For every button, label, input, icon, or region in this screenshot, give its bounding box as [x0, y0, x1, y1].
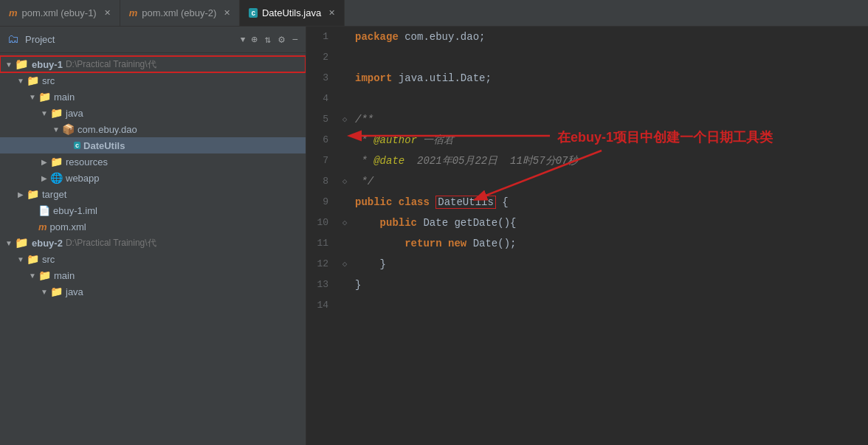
label-dao1: com.ebuy.dao [78, 124, 137, 135]
tree-item-java1[interactable]: ▼ 📁 java [0, 105, 306, 121]
code-line-7: 7 * @date 2021年05月22日 11时57分07秒 [306, 151, 868, 171]
line-content-1: package com.ebuy.dao; [352, 27, 868, 47]
tab-m-icon-1: m [9, 7, 18, 18]
line-num-1: 1 [306, 27, 337, 47]
code-line-5: 5 ◇ /** [306, 109, 868, 130]
line-num-7: 7 [306, 151, 337, 171]
code-lines: 1 package com.ebuy.dao; 2 3 import java.… [306, 27, 868, 316]
dropdown-arrow-icon[interactable]: ▼ [241, 35, 246, 44]
tab-pom-ebuy2[interactable]: m pom.xml (ebuy-2) ✕ [120, 0, 241, 26]
line-num-3: 3 [306, 68, 337, 89]
label-src2: src [42, 254, 55, 265]
tree-item-res1[interactable]: ▶ 📁 resources [0, 153, 306, 170]
arrow-src1: ▼ [15, 77, 27, 85]
line-num-13: 13 [306, 275, 337, 295]
line-num-14: 14 [306, 295, 337, 316]
tree-item-iml1[interactable]: 📄 ebuy-1.iml [0, 202, 306, 218]
arrow-ebuy2: ▼ [3, 239, 15, 247]
line-num-2: 2 [306, 47, 337, 68]
file-icon-pom1: m [38, 221, 47, 232]
arrow-java1: ▼ [38, 109, 50, 117]
line-content-11: return new Date(); [352, 233, 868, 254]
gear-icon[interactable]: ⚙ [278, 33, 284, 46]
tab-close-2[interactable]: ✕ [224, 8, 230, 18]
tree-item-src1[interactable]: ▼ 📁 src [0, 72, 306, 89]
dateutils-class-name: DateUtils [435, 196, 496, 209]
code-line-10: 10 ◇ public Date getDate(){ [306, 213, 868, 233]
line-num-5: 5 [306, 109, 337, 130]
tree-item-dao1[interactable]: ▼ 📦 com.ebuy.dao [0, 121, 306, 137]
tab-close-3[interactable]: ✕ [328, 8, 335, 18]
tree-item-src2[interactable]: ▼ 📁 src [0, 251, 306, 267]
line-content-6: * @author 一宿君 [352, 130, 868, 151]
code-line-2: 2 [306, 47, 868, 68]
sidebar-toolbar: ⊕ ⇅ ⚙ − [251, 33, 298, 46]
tree-item-main2[interactable]: ▼ 📁 main [0, 267, 306, 283]
code-line-14: 14 [306, 295, 868, 316]
label-main2: main [54, 270, 75, 281]
arrow-ebuy1: ▼ [3, 61, 15, 69]
arrow-web1: ▶ [38, 174, 50, 182]
line-content-10: public Date getDate(){ [352, 213, 868, 233]
gutter-5: ◇ [337, 109, 352, 130]
minimize-icon[interactable]: − [292, 34, 298, 46]
arrow-main2: ▼ [27, 272, 38, 280]
gutter-10: ◇ [337, 213, 352, 233]
tree-item-java2[interactable]: ▼ 📁 java [0, 283, 306, 300]
tab-m-icon-2: m [129, 7, 138, 18]
file-tree: ▼ 📁 ebuy-1 D:\Practical Training\代 ▼ 📁 s… [0, 53, 306, 303]
code-line-12: 12 ◇ } [306, 254, 868, 275]
line-num-10: 10 [306, 213, 337, 233]
folder-icon-java2: 📁 [50, 286, 63, 297]
line-content-9: public class DateUtils { [352, 192, 868, 213]
line-num-4: 4 [306, 89, 337, 109]
arrow-src2: ▼ [15, 255, 27, 263]
code-editor[interactable]: 1 package com.ebuy.dao; 2 3 import java.… [306, 27, 868, 445]
folder-icon-java1: 📁 [50, 107, 63, 119]
line-num-6: 6 [306, 130, 337, 151]
tree-item-dateutils[interactable]: c DateUtils [0, 137, 306, 153]
project-icon-ebuy2: 📁 [15, 236, 29, 249]
folder-icon-main2: 📁 [38, 269, 51, 281]
layout-icon[interactable]: ⇅ [265, 33, 271, 46]
line-num-11: 11 [306, 233, 337, 254]
main-layout: 🗂 Project ▼ ⊕ ⇅ ⚙ − ▼ 📁 ebuy-1 D:\Practi… [0, 27, 868, 445]
tab-pom-ebuy1[interactable]: m pom.xml (ebuy-1) ✕ [0, 0, 120, 26]
code-line-3: 3 import java.util.Date; [306, 68, 868, 89]
folder-icon-src1: 📁 [27, 75, 39, 86]
code-line-6: 6 * @author 一宿君 [306, 130, 868, 151]
class-icon-dateutils: c [74, 142, 80, 149]
line-num-12: 12 [306, 254, 337, 275]
label-main1: main [54, 92, 75, 103]
tree-item-pom1[interactable]: m pom.xml [0, 218, 306, 235]
label-dateutils: DateUtils [83, 140, 125, 151]
tree-item-target1[interactable]: ▶ 📁 target [0, 186, 306, 202]
sidebar-title: Project [25, 34, 235, 45]
tree-item-main1[interactable]: ▼ 📁 main [0, 89, 306, 105]
line-content-3: import java.util.Date; [352, 68, 868, 89]
line-content-8: */ [352, 171, 868, 192]
code-line-13: 13 } [306, 275, 868, 295]
tree-item-ebuy2[interactable]: ▼ 📁 ebuy-2 D:\Practical Training\代 [0, 235, 306, 251]
line-content-5: /** [352, 109, 868, 130]
tree-item-web1[interactable]: ▶ 🌐 webapp [0, 170, 306, 186]
label-target1: target [42, 189, 66, 200]
arrow-dao1: ▼ [50, 125, 62, 134]
label-iml1: ebuy-1.iml [53, 205, 97, 216]
folder-icon-main1: 📁 [38, 91, 51, 103]
arrow-res1: ▶ [38, 158, 50, 166]
label-web1: webapp [66, 173, 100, 184]
add-icon[interactable]: ⊕ [251, 33, 257, 46]
tab-label-1: pom.xml (ebuy-1) [22, 7, 97, 18]
sidebar: 🗂 Project ▼ ⊕ ⇅ ⚙ − ▼ 📁 ebuy-1 D:\Practi… [0, 27, 306, 445]
tab-c-icon-3: c [249, 8, 258, 18]
file-icon-iml1: 📄 [38, 205, 50, 216]
label-res1: resources [66, 156, 108, 168]
folder-icon-res1: 📁 [50, 156, 63, 168]
label-pom1: pom.xml [50, 221, 86, 232]
tree-item-ebuy1[interactable]: ▼ 📁 ebuy-1 D:\Practical Training\代 [0, 56, 306, 72]
tab-dateutils[interactable]: c DateUtils.java ✕ [240, 0, 345, 26]
path-ebuy2: D:\Practical Training\代 [66, 237, 156, 249]
tab-close-1[interactable]: ✕ [104, 8, 111, 18]
path-ebuy1: D:\Practical Training\代 [66, 58, 156, 71]
